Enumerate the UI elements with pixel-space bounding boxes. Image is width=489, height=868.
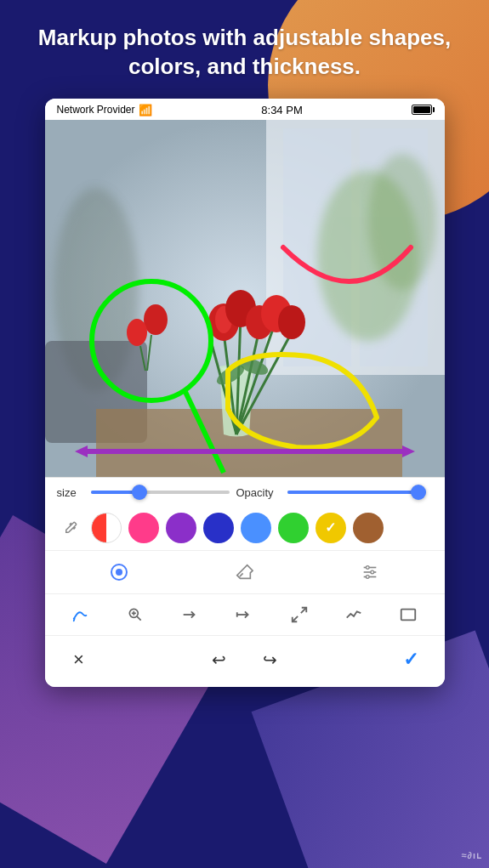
chart-tool-button[interactable]: [337, 599, 371, 630]
color-palette-row: ✓: [45, 506, 445, 550]
svg-line-46: [293, 616, 298, 621]
photo-canvas[interactable]: [45, 120, 445, 477]
opacity-slider-thumb[interactable]: [411, 485, 426, 500]
arrow-shaft-button[interactable]: [227, 599, 261, 630]
zoom-tool-button[interactable]: [118, 599, 152, 630]
freehand-tool-button[interactable]: [64, 599, 98, 630]
color-swatch-hot-pink[interactable]: [128, 513, 159, 543]
draw-mode-button[interactable]: [100, 556, 138, 588]
svg-point-23: [144, 304, 168, 335]
cancel-button[interactable]: ×: [62, 644, 96, 675]
color-swatch-light-blue[interactable]: [241, 513, 271, 543]
tools-row: [45, 550, 445, 593]
status-bar: Network Provider 📶 8:34 PM: [45, 99, 445, 120]
watermark: ≈∂ıʟ: [461, 850, 482, 861]
adjust-button[interactable]: [351, 556, 389, 588]
action-row: × ↩ ↪ ✓: [45, 635, 445, 687]
svg-line-45: [301, 607, 306, 612]
size-slider-thumb[interactable]: [132, 485, 147, 500]
resize-tool-button[interactable]: [282, 599, 316, 630]
undo-redo-group: ↩ ↪: [202, 644, 287, 675]
status-right: [412, 105, 432, 115]
redo-button[interactable]: ↪: [253, 644, 287, 675]
undo-button[interactable]: ↩: [202, 644, 236, 675]
cancel-icon: ×: [73, 649, 84, 671]
draw-mode-icon: [111, 564, 128, 581]
bottom-panel: size Opacity: [45, 477, 445, 687]
page-title: Markup photos with adjustable shapes, co…: [0, 0, 489, 99]
arrow-plain-button[interactable]: [173, 599, 207, 630]
slider-row: size Opacity: [45, 477, 445, 506]
redo-icon: ↪: [263, 650, 277, 670]
undo-icon: ↩: [212, 650, 226, 670]
color-swatch-green[interactable]: [278, 513, 309, 543]
battery-icon: [412, 105, 432, 115]
svg-point-5: [368, 154, 436, 290]
network-provider-label: Network Provider: [57, 104, 135, 116]
size-slider[interactable]: [91, 491, 230, 494]
color-swatch-purple[interactable]: [166, 513, 196, 543]
svg-point-22: [278, 305, 305, 339]
rectangle-tool-button[interactable]: [391, 599, 425, 630]
selected-check-icon: ✓: [325, 519, 336, 536]
markup-overlay: [45, 120, 445, 477]
time-display: 8:34 PM: [261, 104, 302, 116]
color-swatch-yellow[interactable]: ✓: [316, 513, 346, 543]
svg-point-36: [371, 570, 374, 574]
color-swatch-half-red[interactable]: [91, 513, 122, 543]
opacity-label: Opacity: [236, 486, 281, 499]
color-swatch-brown[interactable]: [353, 513, 384, 543]
svg-point-37: [366, 575, 369, 578]
wifi-icon: 📶: [139, 104, 152, 116]
svg-point-35: [366, 565, 369, 569]
battery-fill: [413, 106, 430, 113]
main-content: Markup photos with adjustable shapes, co…: [0, 0, 489, 868]
phone-mockup: Network Provider 📶 8:34 PM: [45, 99, 445, 687]
draw-tools-row: [45, 593, 445, 635]
svg-point-24: [127, 319, 147, 346]
svg-line-39: [137, 616, 141, 621]
size-label: size: [57, 486, 84, 499]
eyedropper-button[interactable]: [57, 514, 84, 542]
confirm-button[interactable]: ✓: [394, 644, 428, 675]
color-swatch-dark-blue[interactable]: [203, 513, 234, 543]
opacity-slider-fill: [287, 491, 419, 494]
erase-button[interactable]: [225, 556, 263, 588]
confirm-icon: ✓: [403, 649, 418, 671]
opacity-slider[interactable]: [287, 491, 426, 494]
status-left: Network Provider 📶: [57, 104, 152, 116]
svg-rect-47: [401, 609, 416, 620]
